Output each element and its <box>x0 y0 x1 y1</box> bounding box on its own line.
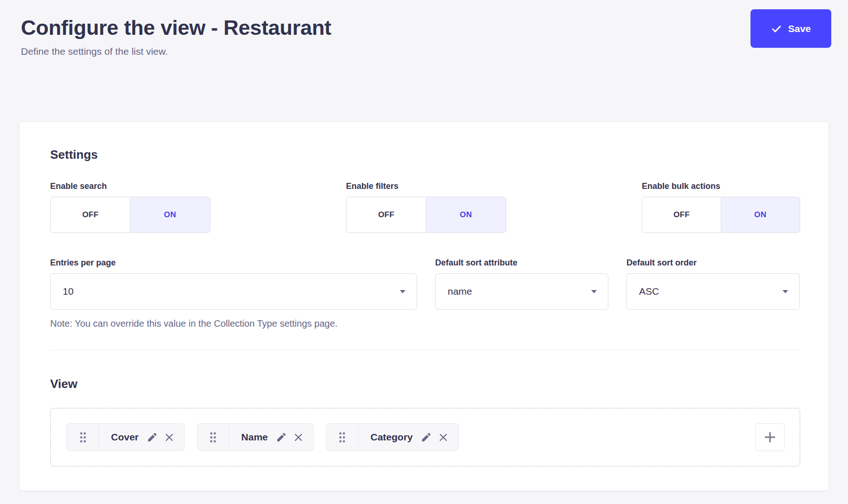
entries-per-page-label: Entries per page <box>50 258 417 268</box>
field-chip-label: Name <box>229 432 276 443</box>
enable-search-off-button[interactable]: OFF <box>51 197 130 233</box>
toggle-row: Enable search OFF ON Enable filters OFF … <box>50 181 800 233</box>
field-chip-label: Cover <box>99 432 147 443</box>
view-fields-dropzone: Cover Name <box>50 408 800 466</box>
default-sort-order-label: Default sort order <box>626 258 800 268</box>
page-subtitle: Define the settings of the list view. <box>21 45 828 58</box>
close-icon <box>294 433 303 442</box>
enable-filters-off-button[interactable]: OFF <box>346 197 426 233</box>
toggle-field-enable-filters: Enable filters OFF ON <box>346 181 506 233</box>
default-sort-order-value: ASC <box>639 286 659 297</box>
select-field-default-sort-attribute: Default sort attribute name <box>435 258 608 310</box>
remove-field-button[interactable] <box>294 433 303 442</box>
edit-field-button[interactable] <box>147 432 157 443</box>
plus-icon <box>763 431 776 444</box>
drag-handle[interactable] <box>67 424 99 451</box>
drag-dots-icon <box>79 432 86 443</box>
drag-handle[interactable] <box>197 424 229 451</box>
select-field-entries-per-page: Entries per page 10 <box>50 258 417 310</box>
pencil-icon <box>276 432 287 443</box>
chevron-down-icon <box>783 290 788 293</box>
edit-field-button[interactable] <box>276 432 287 443</box>
enable-search-on-button[interactable]: ON <box>130 197 210 233</box>
enable-search-label: Enable search <box>50 181 210 191</box>
check-icon <box>771 23 782 34</box>
field-chip-list: Cover Name <box>66 423 755 451</box>
entries-per-page-select[interactable]: 10 <box>50 273 417 310</box>
add-field-button[interactable] <box>755 423 785 451</box>
field-chip-name: Name <box>197 423 314 451</box>
entries-per-page-value: 10 <box>63 286 73 297</box>
remove-field-button[interactable] <box>164 433 174 442</box>
pencil-icon <box>421 432 431 443</box>
enable-bulk-actions-toggle: OFF ON <box>642 197 800 233</box>
enable-search-toggle: OFF ON <box>50 197 210 233</box>
enable-filters-toggle: OFF ON <box>346 197 506 233</box>
enable-bulk-actions-off-button[interactable]: OFF <box>642 197 721 233</box>
enable-bulk-actions-label: Enable bulk actions <box>642 181 800 191</box>
pencil-icon <box>147 432 157 443</box>
view-heading: View <box>50 376 800 392</box>
chevron-down-icon <box>400 290 405 293</box>
page-title: Configure the view - Restaurant <box>21 15 828 41</box>
page-header: Configure the view - Restaurant Define t… <box>0 0 848 122</box>
edit-field-button[interactable] <box>421 432 431 443</box>
settings-card: Settings Enable search OFF ON Enable fil… <box>20 122 828 491</box>
enable-filters-label: Enable filters <box>346 181 506 191</box>
field-chip-category: Category <box>326 423 459 451</box>
drag-dots-icon <box>339 432 346 443</box>
enable-bulk-actions-on-button[interactable]: ON <box>721 197 800 233</box>
section-divider <box>50 350 800 350</box>
default-sort-attribute-select[interactable]: name <box>435 273 608 310</box>
field-chip-cover: Cover <box>66 423 185 451</box>
close-icon <box>438 433 448 442</box>
default-sort-attribute-label: Default sort attribute <box>435 258 608 268</box>
note-text: Note: You can override this value in the… <box>50 318 800 330</box>
enable-filters-on-button[interactable]: ON <box>426 197 506 233</box>
close-icon <box>164 433 174 442</box>
default-sort-order-select[interactable]: ASC <box>626 273 800 310</box>
toggle-field-enable-bulk-actions: Enable bulk actions OFF ON <box>642 181 800 233</box>
select-field-default-sort-order: Default sort order ASC <box>626 258 800 310</box>
save-button[interactable]: Save <box>750 9 831 48</box>
select-row: Entries per page 10 Default sort attribu… <box>50 258 800 310</box>
drag-dots-icon <box>209 432 216 443</box>
default-sort-attribute-value: name <box>448 286 472 297</box>
toggle-field-enable-search: Enable search OFF ON <box>50 181 210 233</box>
drag-handle[interactable] <box>326 424 359 451</box>
save-button-label: Save <box>788 23 811 34</box>
field-chip-label: Category <box>359 432 421 443</box>
chevron-down-icon <box>591 290 597 293</box>
remove-field-button[interactable] <box>438 433 448 442</box>
settings-heading: Settings <box>50 147 800 162</box>
